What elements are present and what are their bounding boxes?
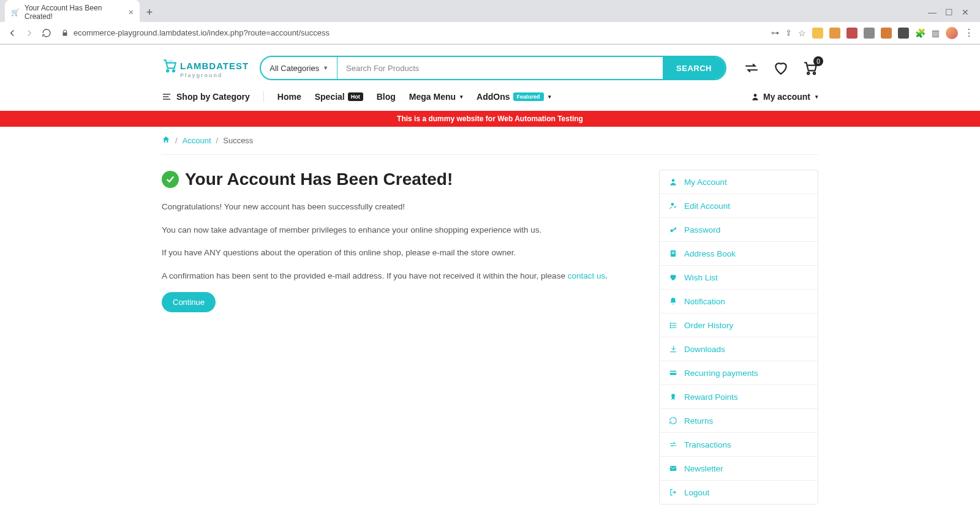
profile-avatar[interactable] xyxy=(946,27,958,39)
wishlist-heart-icon[interactable] xyxy=(773,60,789,76)
browser-forward-icon[interactable] xyxy=(23,27,36,39)
window-minimize-icon[interactable]: — xyxy=(928,7,937,17)
sidebar-item-order-history[interactable]: Order History xyxy=(660,313,818,337)
sidebar-item-wish-list[interactable]: Wish List xyxy=(660,266,818,290)
shop-by-category[interactable]: Shop by Category xyxy=(162,92,250,102)
browser-menu-icon[interactable]: ⋮ xyxy=(964,27,974,39)
site-logo[interactable]: LAMBDATEST Playground xyxy=(162,58,249,78)
svg-point-3 xyxy=(813,72,815,74)
extension-icon-6[interactable] xyxy=(898,28,909,39)
nav-my-account[interactable]: My account ▾ xyxy=(751,92,818,102)
breadcrumb: / Account / Success xyxy=(162,127,818,155)
sidebar-item-password[interactable]: Password xyxy=(660,218,818,242)
sidebar-item-my-account[interactable]: My Account xyxy=(660,170,818,194)
sidebar-item-edit-account[interactable]: Edit Account xyxy=(660,194,818,218)
extensions-puzzle-icon[interactable]: 🧩 xyxy=(915,28,925,38)
svg-rect-19 xyxy=(672,328,676,328)
sidebar-item-newsletter[interactable]: Newsletter xyxy=(660,457,818,481)
nav-blog[interactable]: Blog xyxy=(377,92,396,102)
bookmark-star-icon[interactable]: ☆ xyxy=(798,28,806,38)
cart-count-badge: 0 xyxy=(813,56,823,66)
cart-icon[interactable]: 0 xyxy=(802,60,818,76)
sidebar-item-returns[interactable]: Returns xyxy=(660,409,818,433)
tab-close-icon[interactable]: × xyxy=(129,7,134,17)
browser-back-icon[interactable] xyxy=(6,27,18,39)
svg-rect-16 xyxy=(670,325,671,326)
paragraph-4: A confirmation has been sent to the prov… xyxy=(162,269,644,283)
browser-reload-icon[interactable] xyxy=(40,27,53,39)
extension-icon-2[interactable] xyxy=(829,28,840,39)
sidebar-item-address-book[interactable]: Address Book xyxy=(660,242,818,266)
logo-subtext: Playground xyxy=(180,72,249,78)
undo-icon xyxy=(668,416,678,426)
sidebar-item-transactions[interactable]: Transactions xyxy=(660,433,818,457)
browser-tab[interactable]: 🛒 Your Account Has Been Created! × xyxy=(5,0,140,24)
featured-badge: Featured xyxy=(513,92,544,101)
svg-rect-4 xyxy=(163,94,170,94)
window-close-icon[interactable]: ✕ xyxy=(962,7,969,17)
nav-mega-menu[interactable]: Mega Menu ▾ xyxy=(409,92,463,102)
user-icon xyxy=(751,92,760,101)
menu-icon xyxy=(162,92,172,102)
new-tab-button[interactable]: + xyxy=(142,5,157,20)
svg-rect-15 xyxy=(672,323,676,324)
svg-rect-14 xyxy=(670,323,671,324)
breadcrumb-current: Success xyxy=(223,136,253,145)
nav-special[interactable]: Special Hot xyxy=(315,92,363,102)
logo-text: LAMBDATEST xyxy=(180,61,249,71)
search-bar: All Categories ▼ SEARCH xyxy=(260,56,726,80)
window-maximize-icon[interactable]: ☐ xyxy=(945,7,953,17)
chevron-down-icon: ▾ xyxy=(815,94,818,100)
nav-addons[interactable]: AddOns Featured ▾ xyxy=(477,92,551,102)
home-icon xyxy=(162,135,170,144)
main-content-area: Your Account Has Been Created! Congratul… xyxy=(162,155,818,529)
check-circle-icon xyxy=(162,171,179,188)
download-icon xyxy=(668,344,678,354)
bell-icon xyxy=(668,296,678,306)
paragraph-2: You can now take advantage of member pri… xyxy=(162,223,644,237)
promo-banner: This is a dummy website for Web Automati… xyxy=(0,111,980,127)
extension-icon-5[interactable] xyxy=(881,28,892,39)
search-button[interactable]: SEARCH xyxy=(663,57,725,79)
chevron-down-icon: ▼ xyxy=(323,65,328,71)
svg-rect-17 xyxy=(672,325,676,326)
contact-us-link[interactable]: contact us xyxy=(568,271,606,280)
content-column: Your Account Has Been Created! Congratul… xyxy=(162,170,644,505)
svg-point-22 xyxy=(671,394,675,397)
key-icon xyxy=(668,225,678,234)
page-heading: Your Account Has Been Created! xyxy=(162,170,644,189)
continue-button[interactable]: Continue xyxy=(162,292,216,312)
category-select[interactable]: All Categories ▼ xyxy=(261,57,337,79)
extension-icon-3[interactable] xyxy=(846,28,858,39)
sidebar-item-reward-points[interactable]: Reward Points xyxy=(660,385,818,409)
extension-icon-4[interactable] xyxy=(864,28,875,39)
sidebar-item-recurring[interactable]: Recurring payments xyxy=(660,361,818,385)
browser-chrome: 🛒 Your Account Has Been Created! × + — ☐… xyxy=(0,0,980,45)
svg-point-8 xyxy=(672,179,675,182)
breadcrumb-home[interactable] xyxy=(162,135,170,146)
paragraph-1: Congratulations! Your new account has be… xyxy=(162,200,644,214)
hot-badge: Hot xyxy=(348,92,363,101)
extension-icon-1[interactable] xyxy=(812,28,823,39)
key-icon[interactable]: ⊶ xyxy=(771,28,779,37)
share-icon[interactable]: ⇪ xyxy=(785,28,792,37)
svg-point-9 xyxy=(671,203,674,206)
svg-point-1 xyxy=(173,70,175,72)
category-label: All Categories xyxy=(270,64,319,73)
logout-icon xyxy=(668,487,678,497)
url-text: ecommerce-playground.lambdatest.io/index… xyxy=(74,28,330,37)
url-bar[interactable]: ecommerce-playground.lambdatest.io/index… xyxy=(58,28,766,37)
chevron-down-icon: ▾ xyxy=(460,94,463,100)
compare-icon[interactable] xyxy=(744,60,760,76)
sidebar-item-downloads[interactable]: Downloads xyxy=(660,337,818,361)
svg-rect-12 xyxy=(672,252,675,252)
page-title: Your Account Has Been Created! xyxy=(185,170,453,189)
nav-home[interactable]: Home xyxy=(277,92,301,102)
panel-icon[interactable]: ▥ xyxy=(932,28,940,38)
search-input[interactable] xyxy=(337,57,663,79)
breadcrumb-account[interactable]: Account xyxy=(183,136,211,145)
sidebar-item-logout[interactable]: Logout xyxy=(660,481,818,504)
svg-point-7 xyxy=(754,94,757,97)
breadcrumb-separator: / xyxy=(175,136,178,145)
sidebar-item-notification[interactable]: Notification xyxy=(660,290,818,313)
